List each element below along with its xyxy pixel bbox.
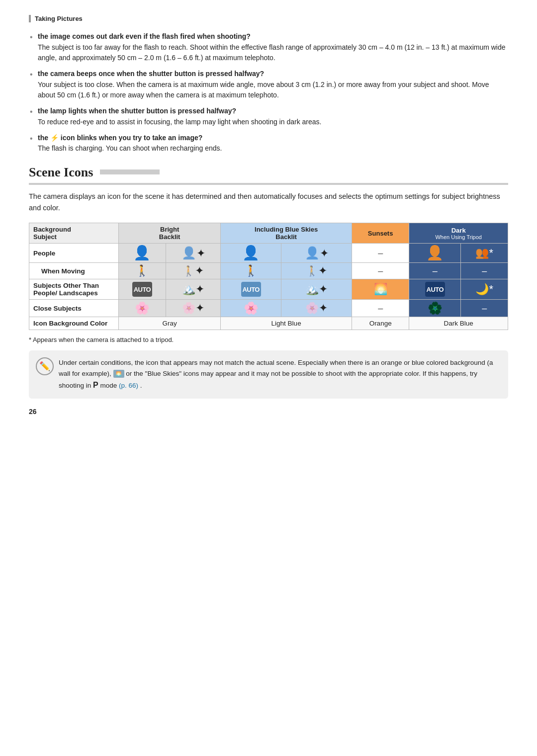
color-gray: Gray bbox=[119, 317, 221, 330]
landscapes-lb-bl-icon: 🏔️✦ bbox=[281, 279, 352, 300]
bright-header: Bright Backlit bbox=[119, 223, 221, 244]
landscapes-row: Subjects Other Than People/ Landscapes A… bbox=[29, 279, 508, 300]
people-dark-icon: 👤 bbox=[409, 244, 461, 263]
bg-subject-header: Background Subject bbox=[29, 223, 119, 244]
color-lightblue: Light Blue bbox=[221, 317, 352, 330]
note-text-period: . bbox=[140, 382, 142, 389]
close-lb-icon: 🌸 bbox=[221, 300, 281, 317]
close-subjects-row: Close Subjects 🌸 🌸✦ 🌸 🌸✦ – 🌸 – bbox=[29, 300, 508, 317]
moving-lb-bl-icon: 🚶✦ bbox=[281, 263, 352, 279]
title-bar-decoration bbox=[100, 169, 160, 174]
landscapes-lb-icon: AUTO bbox=[221, 279, 281, 300]
list-item: the camera beeps once when the shutter b… bbox=[29, 69, 508, 101]
bullet-bold-2: the camera beeps once when the shutter b… bbox=[38, 70, 264, 78]
when-moving-row: When Moving 🚶 🚶✦ 🚶 🚶✦ – – – bbox=[29, 263, 508, 279]
sunsets-header: Sunsets bbox=[352, 223, 409, 244]
auto-lb-icon: AUTO bbox=[241, 282, 261, 297]
people-bright-icon: 👤 bbox=[119, 244, 166, 263]
landscapes-label: Subjects Other Than People/ Landscapes bbox=[29, 279, 119, 300]
bright-sub: Backlit bbox=[121, 233, 218, 241]
auto-gray-icon: AUTO bbox=[132, 282, 152, 297]
color-orange: Orange bbox=[352, 317, 409, 330]
list-item: the image comes out dark even if the fla… bbox=[29, 31, 508, 64]
note-text-after: mode bbox=[100, 382, 119, 389]
background-label: Background bbox=[33, 226, 71, 233]
scene-icons-title: Scene Icons bbox=[29, 165, 508, 185]
moving-bright-icon: 🚶 bbox=[119, 263, 166, 279]
bullet-text-1: The subject is too far away for the flas… bbox=[38, 42, 508, 64]
section-header: Taking Pictures bbox=[29, 15, 508, 22]
bullet-bold-1: the image comes out dark even if the fla… bbox=[38, 32, 251, 40]
subject-label: Subject bbox=[33, 233, 57, 241]
moving-sunset-dash: – bbox=[352, 263, 409, 279]
landscapes-sunset-icon: 🌅 bbox=[352, 279, 409, 300]
dark-header: Dark When Using Tripod bbox=[409, 223, 508, 244]
color-row: Icon Background Color Gray Light Blue Or… bbox=[29, 317, 508, 330]
sunsets-label: Sunsets bbox=[354, 230, 407, 237]
moving-lb-icon: 🚶 bbox=[221, 263, 281, 279]
close-subjects-label: Close Subjects bbox=[29, 300, 119, 317]
landscapes-dark-icon: AUTO bbox=[409, 279, 461, 300]
list-item: the ⚡ icon blinks when you try to take a… bbox=[29, 133, 508, 154]
close-dark-icon: 🌸 bbox=[409, 300, 461, 317]
close-dark-tripod-dash: – bbox=[461, 300, 508, 317]
note-link[interactable]: (p. 66) bbox=[119, 382, 138, 389]
list-item: the lamp lights when the shutter button … bbox=[29, 106, 508, 127]
landscapes-dark-tripod-icon: 🌙* bbox=[461, 279, 508, 300]
note-box: ✏️ Under certain conditions, the icon th… bbox=[29, 350, 508, 399]
p-mode-label: P bbox=[93, 381, 98, 389]
close-bright-icon: 🌸 bbox=[119, 300, 166, 317]
bullet-text-4: The flash is charging. You can shoot whe… bbox=[38, 143, 508, 154]
troubleshooting-list: the image comes out dark even if the fla… bbox=[29, 31, 508, 154]
blueskies-sub: Backlit bbox=[223, 233, 350, 241]
bullet-text-3: To reduce red-eye and to assist in focus… bbox=[38, 117, 508, 128]
people-row: People 👤 👤✦ 👤 👤✦ – 👤 bbox=[29, 244, 508, 263]
landscape-inline-icon: 🌅 bbox=[113, 370, 124, 378]
close-bright-bl-icon: 🌸✦ bbox=[166, 300, 220, 317]
people-sunset-dash: – bbox=[352, 244, 409, 263]
blueskies-header: Including Blue Skies Backlit bbox=[221, 223, 352, 244]
scene-intro-text: The camera displays an icon for the scen… bbox=[29, 191, 508, 214]
page-number: 26 bbox=[29, 408, 508, 416]
close-sunset-dash: – bbox=[352, 300, 409, 317]
auto-db-icon: AUTO bbox=[425, 282, 445, 297]
bullet-bold-4: the ⚡ icon blinks when you try to take a… bbox=[38, 134, 202, 142]
moving-bright-bl-icon: 🚶✦ bbox=[166, 263, 220, 279]
section-title-text: Scene Icons bbox=[29, 165, 93, 180]
bullet-bold-3: the lamp lights when the shutter button … bbox=[38, 107, 236, 115]
people-label: People bbox=[29, 244, 119, 263]
icon-bg-color-label: Icon Background Color bbox=[29, 317, 119, 330]
moving-dark-dash: – bbox=[409, 263, 461, 279]
scene-icons-table: Background Subject Bright Backlit Includ… bbox=[29, 223, 508, 330]
when-moving-label: When Moving bbox=[29, 263, 119, 279]
people-dark-tripod-icon: 👥* bbox=[461, 244, 508, 263]
blueskies-main: Including Blue Skies bbox=[223, 226, 350, 233]
footnote-text: * Appears when the camera is attached to… bbox=[29, 336, 508, 343]
dark-sub: When Using Tripod bbox=[411, 234, 506, 240]
people-lb-icon: 👤 bbox=[221, 244, 281, 263]
moving-dark-tripod-dash: – bbox=[461, 263, 508, 279]
bullet-text-2: Your subject is too close. When the came… bbox=[38, 80, 508, 101]
people-lb-backlit-icon: 👤✦ bbox=[281, 244, 352, 263]
color-darkblue: Dark Blue bbox=[409, 317, 508, 330]
dark-main: Dark bbox=[411, 227, 506, 234]
landscapes-bright-bl-icon: 🏔️✦ bbox=[166, 279, 220, 300]
note-icon: ✏️ bbox=[36, 357, 54, 375]
people-bright-backlit-icon: 👤✦ bbox=[166, 244, 220, 263]
bright-main: Bright bbox=[121, 226, 218, 233]
landscapes-bright-icon: AUTO bbox=[119, 279, 166, 300]
close-lb-bl-icon: 🌸✦ bbox=[281, 300, 352, 317]
header-title: Taking Pictures bbox=[35, 15, 83, 22]
